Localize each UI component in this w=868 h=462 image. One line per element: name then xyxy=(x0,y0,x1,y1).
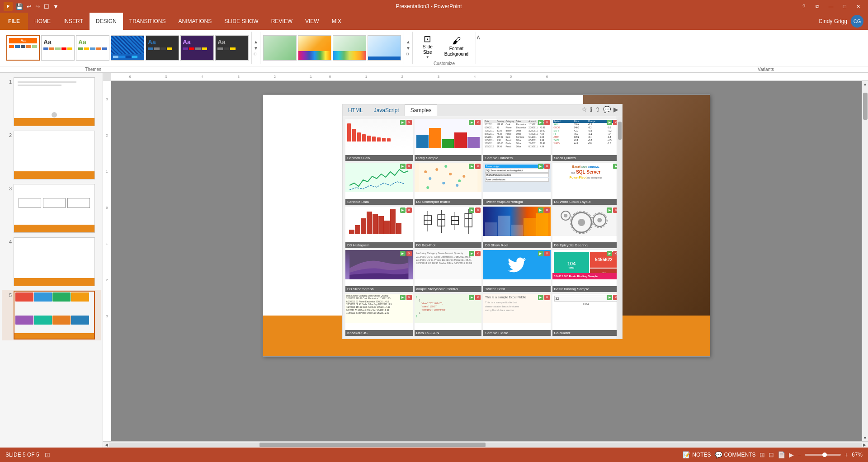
sample-datasets[interactable]: DataCountryCategorySalesAmountQuantity 2… xyxy=(483,119,551,161)
maximize-button[interactable]: □ xyxy=(838,0,851,13)
tab-slideshow[interactable]: SLIDE SHOW xyxy=(218,13,264,30)
h-scroll-thumb[interactable] xyxy=(259,443,486,447)
slide-thumb-4[interactable]: 4 xyxy=(2,236,101,287)
slide-thumb-3[interactable]: 3 xyxy=(2,183,101,234)
ribbon-collapse-button[interactable]: ∧ xyxy=(476,32,481,64)
theme-3[interactable]: Aa xyxy=(76,35,109,61)
user-avatar[interactable]: CG xyxy=(851,15,863,28)
vertical-scrollbar[interactable]: ▲ ▼ xyxy=(862,81,868,441)
zoom-out-button[interactable]: − xyxy=(797,451,801,458)
variants-scroll[interactable]: ▲ ▼ ⊟ xyxy=(404,32,412,64)
zoom-in-button[interactable]: + xyxy=(844,451,848,458)
jsfiddle-scroll-thumb[interactable] xyxy=(618,122,622,140)
comment-icon[interactable]: 💬 xyxy=(603,106,611,113)
notes-button[interactable]: 📝 NOTES xyxy=(683,451,711,458)
sample-twitter[interactable]: ▶ ✕ Twitter Feed xyxy=(483,250,551,292)
reading-view-button[interactable]: 📄 xyxy=(778,451,785,458)
sample-streamgraph[interactable]: ▶ ✕ D3 Streamgraph xyxy=(345,250,413,292)
jsfiddle-tab-html[interactable]: HTML xyxy=(343,104,368,116)
sample-stock[interactable]: SymbolPriceChange% AAPL126.4+2.1+1.7 GOO… xyxy=(552,119,620,161)
share-icon[interactable]: ⇧ xyxy=(595,106,600,113)
sample-samplefiddle[interactable]: This is a sample Excel Fiddle This is a … xyxy=(483,294,551,336)
sample-plotly[interactable]: ▶ ✕ Plotly Sample xyxy=(415,119,482,161)
close-button[interactable]: ✕ xyxy=(852,0,864,13)
jsfiddle-tab-samples[interactable]: Samples xyxy=(405,104,438,116)
slide-size-button[interactable]: ⊡ SlideSize ▼ xyxy=(416,32,439,61)
sample-binding[interactable]: 104 total 5455622 qty 104915 808 Basic B… xyxy=(552,250,620,292)
sample-knockout[interactable]: Data Country Category Sales Amount Quant… xyxy=(345,294,413,336)
sample-datasets-label: Sample Datasets xyxy=(483,155,551,161)
slideshow-view-button[interactable]: ▶ xyxy=(789,451,794,458)
sample-twittersql-label: Twitter #SqlSatPortugal xyxy=(483,199,551,205)
scroll-up-arrow[interactable]: ▲ xyxy=(862,81,868,87)
scroll-left-arrow[interactable]: ◀ xyxy=(104,443,109,447)
tab-review[interactable]: REVIEW xyxy=(265,13,299,30)
tab-home[interactable]: HOME xyxy=(28,13,57,30)
normal-view-button[interactable]: ⊞ xyxy=(760,451,765,458)
scroll-down-arrow[interactable]: ▼ xyxy=(862,435,868,441)
undo-icon[interactable]: ↩ xyxy=(25,3,33,10)
restore-button[interactable]: ⧉ xyxy=(811,0,824,13)
theme-2[interactable]: Aa xyxy=(41,35,75,61)
horizontal-scrollbar[interactable]: ◀ ▶ xyxy=(103,441,868,448)
sample-histogram-label: D3 Histogram xyxy=(345,242,413,248)
theme-5[interactable]: Aa xyxy=(146,35,179,61)
format-background-button[interactable]: 🖌 FormatBackground xyxy=(441,34,472,59)
theme-7[interactable]: Aa xyxy=(215,35,249,61)
slide-size-dropdown[interactable]: ▼ xyxy=(426,55,429,59)
zoom-slider[interactable] xyxy=(805,454,841,456)
star-icon[interactable]: ☆ xyxy=(581,106,587,113)
sample-twitter-sql[interactable]: Tower bridge SQL Server infrastructure d… xyxy=(483,163,551,205)
variant-3[interactable] xyxy=(333,35,366,61)
variant-1[interactable] xyxy=(263,35,297,61)
tab-animations[interactable]: ANIMATIONS xyxy=(172,13,218,30)
slide-thumb-5[interactable]: 5 xyxy=(2,290,101,340)
save-icon[interactable]: 💾 xyxy=(14,3,24,10)
jsfiddle-scrollbar[interactable] xyxy=(617,116,622,339)
theme-6[interactable]: Aa xyxy=(180,35,214,61)
theme-1[interactable]: Aa xyxy=(6,35,40,61)
minimize-button[interactable]: — xyxy=(825,0,837,13)
sample-scribble[interactable]: ▶ ✕ Scribble Data xyxy=(345,163,413,205)
theme-4[interactable] xyxy=(111,35,144,61)
sample-dimple[interactable]: baz/cntry Category Sales Amount Quantity… xyxy=(415,250,482,292)
sample-showreel[interactable]: ▶ ✕ D3 Show Reel xyxy=(483,207,551,249)
fit-to-window-button[interactable]: ⊡ xyxy=(45,451,50,458)
redo-icon[interactable]: ↪ xyxy=(34,3,42,10)
sample-datajson[interactable]: [ { "date": "2011-01-15", "sales": 199.9… xyxy=(415,294,482,336)
sample-calc[interactable]: 32 = 64 ▶ ✕ Calculator xyxy=(552,294,620,336)
canvas-wrapper[interactable]: HTML JavaScript Samples ☆ ℹ ⇧ 💬 ▶ xyxy=(111,81,862,441)
quick-access-toolbar[interactable]: 💾 ↩ ↪ ☐ ▼ xyxy=(14,3,60,10)
tab-mix[interactable]: MIX xyxy=(326,13,348,30)
sample-histogram[interactable]: ▶ ✕ D3 Histogram xyxy=(345,207,413,249)
sample-scatter[interactable]: ▶ ✕ D3 Scatterplot matrix xyxy=(415,163,482,205)
tab-view[interactable]: VIEW xyxy=(299,13,326,30)
window-controls[interactable]: ? ⧉ — □ ✕ xyxy=(797,0,864,13)
slide-thumb-2[interactable]: 2 xyxy=(2,130,101,180)
themes-scroll[interactable]: ▲ ▼ ⊟ xyxy=(251,32,260,64)
jsfiddle-embed[interactable]: HTML JavaScript Samples ☆ ℹ ⇧ 💬 ▶ xyxy=(342,104,623,339)
jsfiddle-tab-javascript[interactable]: JavaScript xyxy=(368,104,405,116)
scroll-right-arrow[interactable]: ▶ xyxy=(862,443,867,447)
file-button[interactable]: FILE xyxy=(0,13,28,30)
sample-benfords[interactable]: ▶ ✕ Benford's Law xyxy=(345,119,413,161)
present-icon[interactable]: ☐ xyxy=(42,3,51,10)
scroll-thumb[interactable] xyxy=(863,93,868,120)
variant-2[interactable] xyxy=(298,35,331,61)
qa-dropdown-icon[interactable]: ▼ xyxy=(52,3,60,10)
tab-transitions[interactable]: TRANSITIONS xyxy=(123,13,172,30)
tab-design[interactable]: DESIGN xyxy=(90,13,123,30)
sample-wordcloud[interactable]: Excel Azure AzureML aapl SQL Server Powe… xyxy=(552,163,620,205)
sample-gears[interactable]: ▶ ✕ D3 Epicyclic Gearing xyxy=(552,207,620,249)
slide-sorter-button[interactable]: ⊟ xyxy=(769,451,774,458)
play-icon[interactable]: ▶ xyxy=(613,106,618,113)
slide-thumb-1[interactable]: 1 xyxy=(2,76,101,127)
help-button[interactable]: ? xyxy=(797,0,810,13)
zoom-handle[interactable] xyxy=(822,453,827,457)
sample-boxplot[interactable]: ▶ ✕ D3 Box-Plot xyxy=(415,207,482,249)
variant-4[interactable] xyxy=(368,35,401,61)
comments-button[interactable]: 💬 COMMENTS xyxy=(715,451,756,458)
tab-insert[interactable]: INSERT xyxy=(57,13,90,30)
info-icon[interactable]: ℹ xyxy=(590,106,592,113)
menu-bar: FILE HOME INSERT DESIGN TRANSITIONS ANIM… xyxy=(0,13,868,30)
